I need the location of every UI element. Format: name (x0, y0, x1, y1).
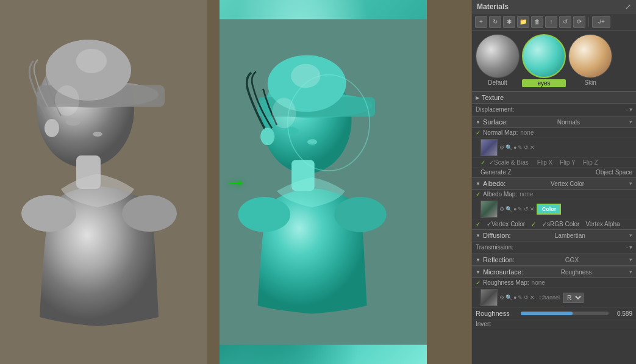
roughness-close-icon[interactable]: ✕ (530, 294, 535, 301)
reflection-collapse-icon: ▼ (476, 257, 481, 263)
albedo-search-icon[interactable]: 🔍 (506, 206, 512, 212)
surface-dropdown-icon[interactable]: ▾ (629, 119, 632, 125)
viewport-arrow: → (225, 170, 247, 195)
normal-texture-thumb[interactable] (481, 139, 498, 156)
toggle-button[interactable]: -/+ (592, 16, 610, 28)
normal-map-check[interactable]: ✓ (476, 129, 481, 136)
vertex-alpha-label: Vertex Alpha (585, 221, 620, 227)
albedo-close-icon[interactable]: ✕ (530, 206, 535, 212)
albedo-settings-icon[interactable]: ⚙ (499, 206, 504, 212)
section-diffusion[interactable]: ▼ Diffusion: Lambertian ▾ (472, 229, 636, 241)
invert-label: Invert (476, 321, 491, 327)
albedo-texture-thumb[interactable] (481, 201, 498, 218)
srgb-color-check[interactable]: ✓ (531, 221, 536, 227)
transmission-value: - (626, 244, 628, 251)
roughness-settings-icon[interactable]: ⚙ (499, 294, 504, 301)
material-thumbnails: Default eyes Skin (472, 30, 636, 91)
roughness-slider-row: Roughness 0.589 (472, 308, 636, 319)
svg-point-9 (93, 132, 102, 137)
albedo-collapse-icon: ▼ (476, 181, 481, 187)
section-surface[interactable]: ▼ Surface: Normals ▾ (472, 116, 636, 128)
section-reflection[interactable]: ▼ Reflection: GGX ▾ (472, 254, 636, 266)
roughness-map-check[interactable]: ✓ (476, 279, 481, 286)
redo-button[interactable]: ⟳ (573, 16, 585, 28)
refresh-button[interactable]: ↻ (489, 16, 501, 28)
svg-point-7 (122, 195, 177, 232)
normal-refresh-icon[interactable]: ↺ (524, 145, 529, 151)
generate-z-label: Generate Z (481, 169, 557, 176)
main-viewport: → (0, 0, 471, 364)
normal-edit-icon[interactable]: ✎ (518, 145, 523, 151)
vertex-color-check[interactable]: ✓ (476, 221, 481, 227)
add-material-button[interactable]: + (475, 16, 487, 28)
svg-point-12 (76, 49, 107, 73)
svg-point-24 (272, 98, 296, 128)
roughness-edit-icon[interactable]: ✎ (518, 294, 523, 301)
transmission-row: Transmission: - ▾ (472, 241, 636, 254)
surface-mode: Normals (557, 119, 580, 126)
albedo-map-icons: ⚙ 🔍 ● ✎ ↺ ✕ (499, 206, 535, 212)
transmission-label: Transmission: (476, 244, 626, 251)
material-default[interactable]: Default (476, 34, 520, 87)
svg-point-19 (238, 197, 290, 232)
microsurface-mode: Roughness (561, 269, 592, 276)
undo-button[interactable]: ↺ (559, 16, 571, 28)
materials-panel: Materials ⤢ + ↻ ✱ 📁 🗑 ↑ ↺ ⟳ -/+ Default … (471, 0, 636, 364)
displacement-dropdown-icon[interactable]: ▾ (629, 106, 632, 113)
material-sphere-eyes[interactable] (522, 34, 566, 78)
roughness-map-icons: ⚙ 🔍 ● ✎ ↺ ✕ (499, 294, 535, 301)
svg-point-8 (66, 118, 80, 126)
microsurface-dropdown-icon[interactable]: ▾ (629, 269, 632, 275)
albedo-map-row: ✓ Albedo Map: none (472, 190, 636, 199)
delete-button[interactable]: 🗑 (531, 16, 543, 28)
albedo-mode: Vertex Color (551, 180, 584, 187)
section-microsurface[interactable]: ▼ Microsurface: Roughness ▾ (472, 266, 636, 278)
panel-expand-icon[interactable]: ⤢ (625, 2, 631, 11)
normal-settings-icon[interactable]: ⚙ (499, 145, 504, 151)
normal-close-icon[interactable]: ✕ (530, 145, 535, 151)
normal-search-icon[interactable]: 🔍 (506, 145, 512, 151)
color-swatch[interactable]: Color (537, 204, 561, 215)
albedo-dropdown-icon[interactable]: ▾ (629, 180, 632, 187)
section-albedo[interactable]: ▼ Albedo: Vertex Color ▾ (472, 177, 636, 190)
displacement-value: - (626, 106, 628, 113)
albedo-texture-row: ⚙ 🔍 ● ✎ ↺ ✕ Color (472, 199, 636, 219)
normal-map-icons: ⚙ 🔍 ● ✎ ↺ ✕ (499, 145, 535, 151)
roughness-texture-thumb[interactable] (481, 289, 498, 306)
albedo-map-label: Albedo Map: (483, 191, 517, 198)
section-texture[interactable]: ▶ Texture (472, 91, 636, 104)
albedo-edit-icon[interactable]: ✎ (518, 206, 523, 212)
material-eyes[interactable]: eyes (522, 34, 566, 87)
displacement-label: Displacement: (476, 106, 626, 113)
albedo-map-check[interactable]: ✓ (476, 191, 481, 198)
diffusion-dropdown-icon[interactable]: ▾ (629, 232, 632, 238)
vertex-color-label: ✓Vertex Color (487, 221, 525, 227)
material-sphere-skin[interactable] (568, 34, 612, 78)
properties-panel: ▶ Texture Displacement: - ▾ ▼ Surface: N… (472, 91, 636, 364)
normal-map-row: ✓ Normal Map: none (472, 128, 636, 138)
material-sphere-default[interactable] (476, 34, 520, 78)
roughness-slider-track[interactable] (521, 312, 609, 315)
diffusion-mode: Lambertian (555, 232, 585, 239)
channel-label: Channel (539, 294, 560, 301)
displacement-row: Displacement: - ▾ (472, 104, 636, 116)
transmission-dropdown-icon[interactable]: ▾ (629, 244, 632, 251)
flip-z-label: Flip Z (583, 159, 598, 166)
move-up-button[interactable]: ↑ (545, 16, 557, 28)
albedo-title: Albedo: (483, 180, 506, 187)
settings-button[interactable]: ✱ (503, 16, 515, 28)
folder-button[interactable]: 📁 (517, 16, 529, 28)
material-skin[interactable]: Skin (568, 34, 612, 87)
diffusion-collapse-icon: ▼ (476, 233, 481, 238)
channel-select[interactable]: R G B A (563, 293, 584, 303)
albedo-refresh-icon[interactable]: ↺ (524, 206, 529, 212)
scale-bias-check[interactable]: ✓ (481, 159, 485, 166)
roughness-value[interactable]: 0.589 (611, 310, 632, 317)
svg-point-11 (55, 85, 79, 116)
roughness-search-icon[interactable]: 🔍 (506, 294, 512, 301)
roughness-refresh-icon[interactable]: ↺ (524, 294, 529, 301)
albedo-map-value: none (520, 191, 533, 198)
reflection-dropdown-icon[interactable]: ▾ (629, 257, 632, 263)
flip-y-label: Flip Y (560, 159, 575, 166)
roughness-slider-fill (521, 312, 573, 315)
